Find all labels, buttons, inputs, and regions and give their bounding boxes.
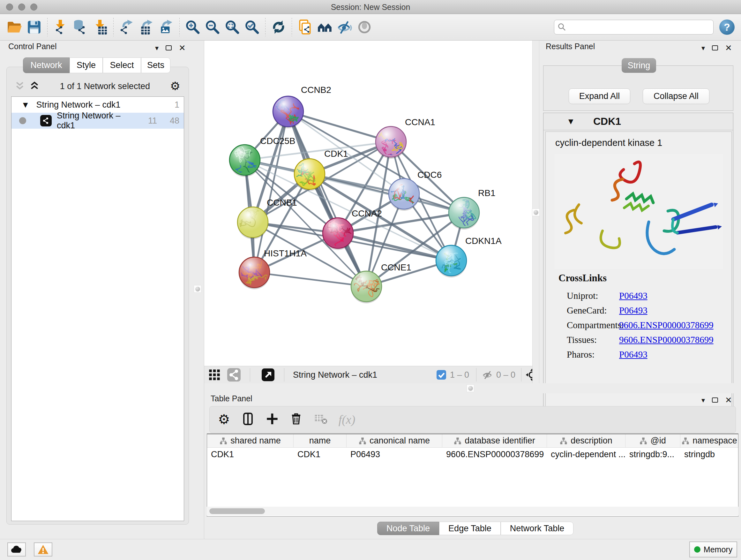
network-row[interactable]: String Network – cdk1 11 48 (11, 113, 184, 129)
network-node-cdc25b[interactable] (229, 145, 260, 180)
expand-all-button[interactable]: Expand All (569, 88, 630, 104)
tab-select[interactable]: Select (103, 57, 141, 73)
zoom-selected-button[interactable] (242, 17, 262, 37)
table-row[interactable]: CDK1CDK1P064939606.ENSP00000378699cyclin… (207, 448, 738, 462)
show-columns-icon[interactable] (241, 412, 255, 427)
crosslink-link[interactable]: P06493 (619, 305, 648, 316)
right-splitter[interactable] (532, 41, 539, 383)
export-image-button[interactable] (156, 17, 176, 37)
column-header-name[interactable]: name (293, 434, 347, 447)
save-session-button[interactable] (24, 17, 44, 37)
open-session-button[interactable] (4, 17, 24, 37)
network-node-rb1[interactable] (449, 190, 479, 230)
network-edge[interactable] (288, 111, 366, 287)
crosslink-link[interactable]: 9606.ENSP00000378699 (619, 320, 714, 330)
network-node-ccnb2[interactable] (273, 96, 304, 128)
network-node-ccna2[interactable] (323, 218, 353, 250)
network-edge[interactable] (254, 272, 366, 287)
network-node-cdk1[interactable] (287, 159, 325, 191)
network-node-cdc6[interactable] (380, 179, 422, 211)
table-panel-menu-icon[interactable]: ▾ (701, 396, 705, 404)
column-header-canonical-name[interactable]: canonical name (347, 434, 442, 447)
tab-sets[interactable]: Sets (141, 57, 171, 73)
network-collection-row[interactable]: ▼ String Network – cdk1 1 (11, 97, 184, 113)
table-cell[interactable]: cyclin-dependent ... (547, 448, 625, 462)
birdseye-view-icon[interactable] (262, 366, 274, 383)
export-network-button[interactable] (117, 17, 137, 37)
table-cell[interactable]: stringdb:9... (625, 448, 680, 462)
column-header-description[interactable]: description (547, 434, 625, 447)
zoom-out-button[interactable] (203, 17, 222, 37)
crosslink-link[interactable]: P06493 (619, 291, 648, 301)
first-neighbors-button[interactable] (315, 17, 335, 37)
tab-network[interactable]: Network (23, 57, 70, 73)
import-network-from-database-button[interactable] (71, 17, 90, 37)
network-edge[interactable] (288, 111, 391, 142)
control-panel-close-icon[interactable]: ✕ (179, 43, 186, 53)
table-cell[interactable]: P06493 (347, 448, 442, 462)
search-box[interactable] (554, 20, 714, 35)
network-node-hist1h1a[interactable] (238, 257, 270, 289)
add-column-icon[interactable] (266, 413, 279, 427)
gene-card-header[interactable]: ▼ CDK1 (543, 113, 733, 130)
gene-expander-icon[interactable]: ▼ (568, 118, 573, 125)
column-header-shared-name[interactable]: shared name (207, 434, 293, 447)
grid-mode-icon[interactable] (208, 366, 221, 383)
right-splitter-handle[interactable] (532, 208, 540, 216)
collapse-all-button[interactable]: Collapse All (643, 88, 710, 104)
tab-network-table[interactable]: Network Table (501, 522, 574, 535)
table-cell[interactable]: CDK1 (293, 448, 347, 462)
node-table[interactable]: shared namenamecanonical namedatabase id… (207, 434, 738, 516)
refresh-button[interactable] (269, 17, 288, 37)
search-input[interactable] (566, 21, 710, 34)
tab-style[interactable]: Style (70, 57, 103, 73)
warnings-button[interactable] (34, 543, 52, 557)
table-horizontal-scrollbar[interactable] (207, 507, 738, 516)
control-panel-menu-icon[interactable]: ▾ (155, 44, 158, 52)
horizontal-splitter[interactable] (204, 383, 741, 393)
zoom-fit-button[interactable] (222, 17, 242, 37)
memory-button[interactable]: Memory (689, 542, 737, 557)
tab-node-table[interactable]: Node Table (377, 522, 439, 535)
results-panel-menu-icon[interactable]: ▾ (701, 44, 705, 52)
crosslink-link[interactable]: 9606.ENSP00000378699 (619, 334, 714, 345)
tab-string[interactable]: String (622, 58, 656, 73)
network-node-ccna1[interactable] (373, 126, 406, 160)
network-options-gear-icon[interactable]: ⚙ (170, 80, 180, 92)
help-button[interactable]: ? (719, 19, 735, 35)
network-share-icon[interactable] (227, 366, 241, 383)
crosslink-link[interactable]: P06493 (619, 349, 648, 360)
import-network-from-file-button[interactable] (51, 17, 71, 37)
results-panel-close-icon[interactable]: ✕ (725, 43, 732, 53)
tab-edge-table[interactable]: Edge Table (439, 522, 501, 535)
collection-expander-icon[interactable]: ▼ (23, 101, 28, 109)
show-all-button[interactable] (354, 17, 374, 37)
control-panel-float-icon[interactable] (165, 45, 172, 51)
import-table-from-file-button[interactable] (90, 17, 110, 37)
network-graph[interactable]: CCNB2CCNA1CDC25BCDK1CDC6RB1CCNB1CCNA2CDK… (204, 41, 532, 366)
collapse-all-tree-icon[interactable] (14, 81, 25, 91)
table-panel-close-icon[interactable]: ✕ (725, 395, 732, 405)
cloud-button[interactable] (7, 543, 26, 557)
zoom-in-button[interactable] (183, 17, 203, 37)
delete-column-trash-icon[interactable] (289, 412, 303, 427)
results-panel-float-icon[interactable] (712, 45, 718, 51)
selected-checkbox-icon[interactable] (436, 366, 446, 383)
network-node-cdkn1a[interactable] (436, 245, 467, 282)
column-header--id[interactable]: @id (625, 434, 680, 447)
hide-selected-button[interactable] (335, 17, 354, 37)
horizontal-splitter-handle[interactable] (467, 384, 474, 392)
expand-all-tree-icon[interactable] (29, 81, 40, 91)
network-node-ccnb1[interactable] (238, 200, 268, 239)
left-splitter-handle[interactable] (194, 285, 201, 293)
left-splitter[interactable] (192, 41, 204, 539)
table-cell[interactable]: CDK1 (207, 448, 293, 462)
network-canvas[interactable]: CCNB2CCNA1CDC25BCDK1CDC6RB1CCNB1CCNA2CDK… (204, 41, 532, 366)
table-options-gear-icon[interactable]: ⚙ (218, 413, 230, 426)
export-table-button[interactable] (137, 17, 156, 37)
column-header-database-identifier[interactable]: database identifier (442, 434, 547, 447)
new-network-from-selection-button[interactable] (295, 17, 315, 37)
table-panel-float-icon[interactable] (712, 397, 718, 402)
scrollbar-thumb[interactable] (209, 508, 265, 514)
table-cell[interactable]: stringdb (680, 448, 738, 462)
